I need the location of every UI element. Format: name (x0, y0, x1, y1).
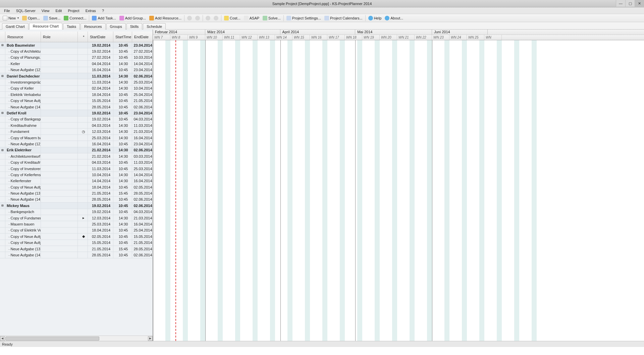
task-row[interactable]: Neue Aufgabe (13)21.05.201415:4528.05.20… (0, 246, 153, 252)
grid-body[interactable]: ⊟Bob Baumeister19.02.201410:4523.04.2014… (0, 42, 153, 336)
task-row[interactable]: Neue Aufgabe (12)16.04.201410:4523.04.20… (0, 67, 153, 73)
tab-groups[interactable]: Groups (106, 23, 126, 30)
grid-header-[interactable]: * (78, 32, 88, 42)
toolbtn-connect[interactable]: Connect... (62, 15, 88, 21)
task-row[interactable]: Keller04.04.201414:3014.04.2014 (0, 61, 153, 67)
toolbtn-label: Project Calendars... (330, 16, 363, 20)
cell (41, 92, 78, 97)
task-row[interactable]: Copy of Neue Aufg...15.05.201410:4521.05… (0, 240, 153, 246)
cell (41, 42, 78, 48)
resource-group-row[interactable]: ⊟Detlef Kroll19.02.201410:4523.04.2014 (0, 110, 153, 116)
grid-header-resource[interactable]: Resource (5, 32, 41, 42)
cell: 11.03.2014 (132, 122, 152, 128)
task-row[interactable]: Neue Aufgabe (14)28.05.201410:4502.06.20… (0, 104, 153, 110)
resource-name: Kellerfenster (5, 178, 41, 184)
toolbtn-undo[interactable] (186, 15, 193, 21)
grid-header-startdate[interactable]: StartDate (88, 32, 113, 42)
toolbtn-addtask[interactable]: Add Task... (91, 15, 117, 21)
resource-group-row[interactable]: ⊟Mickey Maus19.02.201410:4502.06.2014 (0, 203, 153, 209)
tab-tasks[interactable]: Tasks (63, 23, 80, 30)
task-row[interactable]: Copy of Neue Aufg...15.05.201410:4521.05… (0, 98, 153, 104)
cell: 10:45 (113, 240, 132, 246)
tab-gantt-chart[interactable]: Gantt Chart (2, 23, 29, 30)
menu-[interactable]: ? (99, 8, 107, 13)
close-button[interactable]: ✕ (635, 0, 644, 7)
task-row[interactable]: Copy of Mauern ba...25.03.201414:3016.04… (0, 135, 153, 141)
toolbtn-redo[interactable] (194, 15, 201, 21)
menu-project[interactable]: Project (65, 8, 82, 13)
toolbtn-open[interactable]: Open... (21, 15, 41, 21)
task-row[interactable]: Copy of Kreditaufn...04.03.201410:4511.0… (0, 159, 153, 165)
grid-header-starttime[interactable]: StartTime (113, 32, 132, 42)
scroll-right-icon[interactable]: ▶ (148, 336, 153, 341)
toolbtn-find[interactable] (204, 15, 212, 21)
toolbtn-projectcalendars[interactable]: Project Calendars... (323, 15, 364, 21)
task-row[interactable]: Kellerfenster14.04.201414:3016.04.2014 (0, 178, 153, 184)
tab-resources[interactable]: Resources (80, 23, 106, 30)
task-row[interactable]: Architekturentwurf21.02.201414:3003.03.2… (0, 153, 153, 159)
grid-hscroll[interactable]: ◀ ▶ (0, 336, 153, 341)
cell: 28.05.2014 (88, 197, 113, 202)
grid-header-role[interactable]: Role (41, 32, 78, 42)
menu-file[interactable]: File (1, 8, 13, 13)
task-row[interactable]: Copy of Architektu...19.02.201410:4527.0… (0, 48, 153, 54)
minimize-button[interactable]: — (616, 0, 625, 7)
cell (78, 55, 88, 60)
task-row[interactable]: Copy of Kellerfenster10.04.201414:3014.0… (0, 172, 153, 178)
toolbtn-save[interactable]: Save... (42, 15, 62, 21)
task-row[interactable]: Copy of Fundament▸12.03.201414:3021.03.2… (0, 215, 153, 221)
task-row[interactable]: Neue Aufgabe (14)28.05.201410:4502.06.20… (0, 252, 153, 258)
task-row[interactable]: Bankgespräch19.02.201410:4504.03.2014 (0, 209, 153, 215)
expander-icon (0, 48, 5, 54)
tab-schedule[interactable]: Schedule (143, 23, 166, 30)
task-row[interactable]: Neue Aufgabe (12)16.04.201410:4523.04.20… (0, 141, 153, 147)
task-row[interactable]: Copy of Keller02.04.201414:3010.04.2014 (0, 86, 153, 92)
expander-icon (0, 178, 5, 184)
weekend-band (218, 40, 223, 341)
menu-sqlserver[interactable]: SQL-Server (13, 8, 38, 13)
cell: 04.03.2014 (88, 122, 113, 128)
toolbtn-asap[interactable]: ASAP (243, 15, 261, 21)
maximize-button[interactable]: ▢ (625, 0, 635, 7)
menu-edit[interactable]: Edit (53, 8, 64, 13)
task-row[interactable]: Neue Aufgabe (13)21.05.201415:4528.05.20… (0, 190, 153, 196)
cell: 16.04.2014 (132, 178, 152, 184)
toolbtn-addresource[interactable]: Add Resource... (148, 15, 183, 21)
cell (41, 116, 78, 122)
toolbtn-new[interactable]: New▾ (1, 15, 20, 21)
resource-name: Copy of Neue Aufg... (5, 184, 41, 190)
task-row[interactable]: Copy of Neue Aufg...18.04.201410:4502.05… (0, 184, 153, 190)
menu-extras[interactable]: Extras (83, 8, 99, 13)
task-row[interactable]: Fundament◷12.03.201414:3021.03.2014 (0, 129, 153, 135)
toolbtn-cost[interactable]: Cost... (223, 15, 242, 21)
toolbtn-usr[interactable] (212, 15, 220, 21)
scroll-thumb[interactable] (5, 337, 99, 341)
gantt-panel[interactable]: Februar 2014März 2014April 2014Mai 2014J… (153, 30, 644, 341)
menu-view[interactable]: View (39, 8, 52, 13)
toolbtn-projectsettings[interactable]: Project Settings... (285, 15, 322, 21)
task-row[interactable]: Investorengespräche11.03.201414:3025.03.… (0, 79, 153, 85)
grid-header-enddate[interactable]: EndDate (132, 32, 152, 42)
expander-icon (0, 184, 5, 190)
toolbtn-addgroup[interactable]: Add Group... (118, 15, 147, 21)
toolbtn-help[interactable]: Help (367, 15, 383, 21)
task-row[interactable]: Kreditaufnahme04.03.201414:3011.03.2014 (0, 122, 153, 129)
task-row[interactable]: Mauern bauen25.03.201414:3016.04.2014 (0, 221, 153, 227)
tab-resource-chart[interactable]: Resource Chart (29, 23, 62, 30)
task-row[interactable]: Neue Aufgabe (14)28.05.201410:4502.06.20… (0, 197, 153, 203)
resource-group-row[interactable]: ⊟Erik Elektriker21.02.201414:3002.06.201… (0, 147, 153, 153)
task-row[interactable]: Copy of Planungs...27.02.201410:4510.03.… (0, 55, 153, 61)
tab-skills[interactable]: Skills (126, 23, 143, 30)
toolbtn-about[interactable]: About... (383, 15, 405, 21)
cell: 12.03.2014 (88, 129, 113, 134)
toolbtn-solve[interactable]: Solve... (261, 15, 282, 21)
task-row[interactable]: Copy of Elektrik Ve...18.04.201410:4525.… (0, 227, 153, 234)
grid-header-expand[interactable] (0, 32, 5, 42)
resource-group-row[interactable]: ⊟Daniel Dachdecker11.03.201414:3002.06.2… (0, 73, 153, 79)
scroll-left-icon[interactable]: ◀ (0, 336, 5, 341)
task-row[interactable]: Copy of Bankgespr...19.02.201410:4504.03… (0, 116, 153, 122)
task-row[interactable]: Elektrik Verkabelung18.04.201410:4525.04… (0, 92, 153, 98)
task-row[interactable]: Copy of Investoren...11.03.201410:4525.0… (0, 166, 153, 172)
task-row[interactable]: Copy of Neue Aufg...◆02.05.201410:4515.0… (0, 234, 153, 240)
resource-group-row[interactable]: ⊟Bob Baumeister19.02.201410:4523.04.2014 (0, 42, 153, 48)
